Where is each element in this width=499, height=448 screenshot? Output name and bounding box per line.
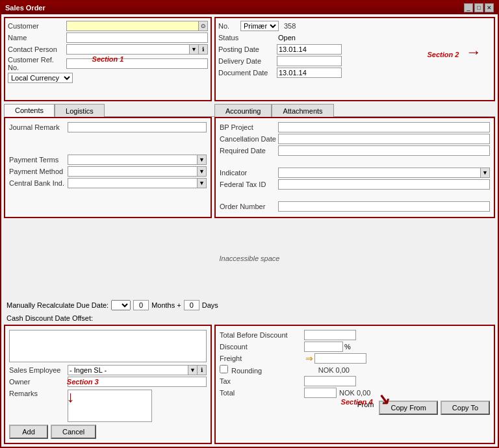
federal-tax-label: Federal Tax ID (220, 180, 278, 188)
required-date-row: Required Date (220, 145, 490, 156)
tax-input[interactable] (304, 376, 356, 386)
document-date-label: Document Date (218, 69, 277, 77)
journal-remark-label: Journal Remark (9, 123, 68, 131)
window-content: Customer ⊙ Name Contact Person ▼ ℹ (1, 14, 498, 447)
customer-search-icon[interactable]: ⊙ (199, 21, 208, 31)
discount-label: Discount (220, 343, 304, 351)
tabs-section: Contents Logistics Accounting Attachment… (4, 104, 495, 218)
freight-arrow-icon[interactable]: ⇒ (305, 353, 313, 364)
central-bank-dropdown-icon[interactable]: ▼ (198, 178, 207, 188)
total-before-discount-input[interactable] (304, 330, 356, 340)
required-date-label: Required Date (220, 147, 278, 155)
bp-project-input[interactable] (278, 122, 490, 132)
maximize-button[interactable]: □ (474, 3, 483, 12)
section3: Sales Employee ▼ ℹ Owner Remarks (4, 325, 212, 444)
payment-terms-row: Payment Terms ▼ (9, 155, 207, 165)
posting-date-input[interactable] (277, 44, 342, 55)
total-label: Total (220, 389, 304, 397)
payment-method-dropdown-icon[interactable]: ▼ (198, 166, 207, 177)
payment-method-input[interactable] (68, 166, 198, 177)
copy-to-button[interactable]: Copy To (441, 401, 490, 415)
name-input[interactable] (66, 32, 208, 43)
currency-dropdown[interactable]: Local Currency (8, 73, 73, 83)
payment-method-row: Payment Method ▼ (9, 166, 207, 177)
section4: Total Before Discount Discount % Freight… (214, 325, 495, 444)
payment-terms-dropdown-icon[interactable]: ▼ (198, 155, 207, 165)
tax-row: Tax (220, 376, 490, 386)
cash-discount-label: Cash Discount Date Offset: (6, 314, 93, 322)
posting-date-label: Posting Date (218, 45, 277, 53)
cancellation-date-input[interactable] (278, 134, 490, 144)
freight-row: Freight ⇒ (220, 353, 490, 364)
payment-method-label: Payment Method (9, 168, 68, 175)
rounding-checkbox[interactable] (220, 365, 228, 373)
total-input[interactable] (304, 388, 337, 398)
right-tab-spacer (334, 104, 495, 117)
left-tab-content: Journal Remark Payment Terms ▼ Payment M… (4, 117, 212, 218)
customer-ref-label: Customer Ref. No. (8, 56, 66, 71)
total-before-discount-row: Total Before Discount (220, 330, 490, 340)
tab-accounting[interactable]: Accounting (214, 104, 272, 117)
minimize-button[interactable]: _ (464, 3, 473, 12)
tab-logistics[interactable]: Logistics (55, 104, 105, 117)
required-date-input[interactable] (278, 145, 490, 156)
payment-terms-label: Payment Terms (9, 156, 68, 164)
cancel-button[interactable]: Cancel (51, 425, 96, 439)
discount-input[interactable] (304, 342, 343, 352)
tab-attachments[interactable]: Attachments (272, 104, 333, 117)
arrow-down-icon: ↓ (67, 388, 75, 406)
close-button[interactable]: ✕ (485, 3, 494, 12)
spacer2 (9, 144, 207, 155)
federal-tax-input[interactable] (278, 179, 490, 190)
payment-terms-input[interactable] (68, 155, 198, 165)
primaer-dropdown[interactable]: Primær (240, 21, 279, 31)
cancellation-date-label: Cancellation Date (220, 135, 278, 143)
tab-contents[interactable]: Contents (4, 104, 55, 117)
freight-input[interactable] (314, 353, 366, 364)
section2-label: Section 2 → (428, 43, 481, 61)
document-date-input[interactable] (277, 68, 342, 78)
recalc-months-input[interactable] (133, 300, 149, 310)
delivery-date-input[interactable] (277, 56, 342, 66)
no-value: 358 (284, 22, 296, 30)
indicator-row: Indicator ▼ (220, 168, 490, 178)
sales-employee-info-icon[interactable]: ℹ (198, 365, 207, 375)
journal-remark-input[interactable] (68, 122, 207, 132)
sales-employee-label: Sales Employee (9, 366, 68, 374)
sales-employee-dropdown-icon[interactable]: ▼ (188, 365, 198, 375)
contact-person-info-icon[interactable]: ℹ (199, 44, 208, 55)
journal-remark-row: Journal Remark (9, 122, 207, 132)
central-bank-input[interactable] (68, 178, 198, 188)
indicator-dropdown-icon[interactable]: ▼ (481, 168, 490, 178)
bp-project-label: BP Project (220, 123, 278, 131)
payment-method-group: ▼ (68, 166, 207, 177)
recalc-dropdown[interactable] (111, 300, 131, 310)
spacer3 (220, 157, 490, 168)
tax-label: Tax (220, 377, 304, 385)
customer-input-group: ⊙ (66, 21, 208, 31)
section1-label: Section 1 (92, 50, 124, 65)
customer-row: Customer ⊙ (8, 21, 208, 31)
owner-row: Owner (9, 377, 207, 387)
arrow-right-icon: → (465, 43, 481, 61)
status-input (277, 32, 342, 43)
section1: Customer ⊙ Name Contact Person ▼ ℹ (4, 17, 212, 101)
contact-person-dropdown-icon[interactable]: ▼ (190, 44, 199, 55)
customer-ref-input[interactable] (66, 58, 208, 69)
rounding-value: NOK 0,00 (304, 366, 350, 374)
customer-input[interactable] (66, 21, 199, 31)
cash-discount-box (9, 330, 207, 362)
window-controls: _ □ ✕ (464, 3, 494, 12)
recalc-days-input[interactable] (184, 300, 199, 310)
add-button[interactable]: Add (9, 425, 48, 439)
central-bank-row: Central Bank Ind. ▼ (9, 178, 207, 188)
bottom-buttons: Add Cancel (9, 425, 207, 439)
document-date-row: Document Date (218, 68, 491, 78)
indicator-input[interactable] (278, 168, 481, 178)
title-bar: Sales Order _ □ ✕ (1, 1, 498, 14)
contact-person-input[interactable] (66, 44, 190, 55)
section4-label: Section 4 ↘ (341, 390, 389, 408)
rounding-row: Rounding NOK 0,00 (220, 365, 490, 375)
owner-label: Owner (9, 378, 68, 386)
order-number-input[interactable] (278, 201, 490, 212)
